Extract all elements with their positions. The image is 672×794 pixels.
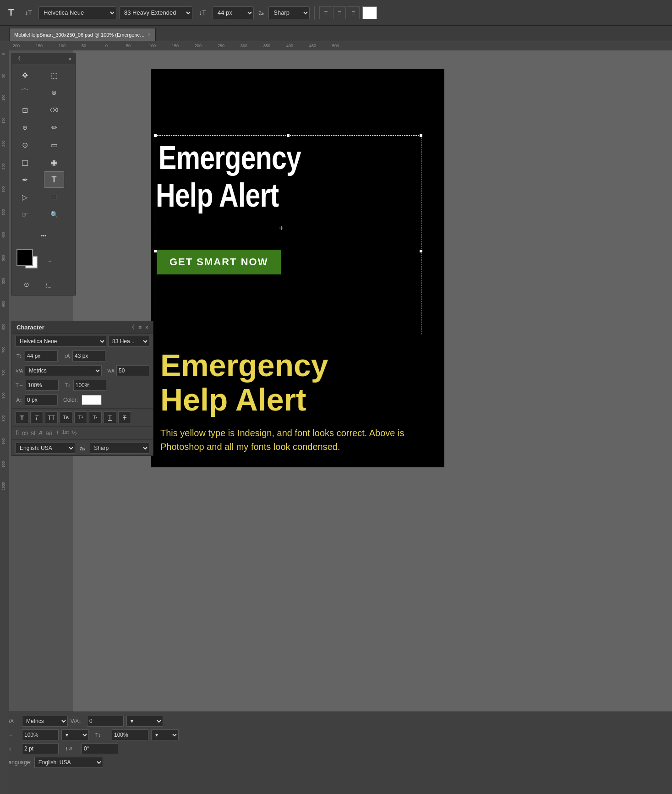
align-right-btn[interactable]: ≡	[347, 6, 360, 19]
magic-wand-tool[interactable]: ⊛	[44, 84, 64, 101]
superscript-btn[interactable]: T¹	[74, 411, 87, 423]
pen-tool[interactable]: ✒	[15, 171, 35, 188]
panel-menu-btn[interactable]: ≡	[138, 324, 142, 331]
smallcaps-btn[interactable]: Tʀ	[60, 411, 72, 423]
faux-italic-t: T	[55, 429, 60, 437]
tracking-unit-dropdown[interactable]: ▾	[126, 716, 163, 727]
subscript-btn[interactable]: T₁	[89, 411, 102, 423]
color-section: ↔	[12, 246, 75, 276]
quick-mask-btn[interactable]: ⊙	[16, 278, 37, 291]
more-tools-btn[interactable]: •••	[33, 227, 54, 244]
canvas-area: ✛ Emergency Help Alert GET SMART NOW Eme…	[73, 50, 672, 794]
leading-input[interactable]	[72, 350, 105, 361]
svg-text:500: 500	[332, 44, 339, 48]
scale-h-input[interactable]	[26, 380, 59, 391]
svg-text:500: 500	[1, 255, 5, 261]
svg-text:800: 800	[1, 392, 5, 399]
strikethrough-btn[interactable]: T	[118, 411, 131, 423]
tracking-label: V/A	[107, 368, 115, 373]
type-tool-btn[interactable]: T	[4, 5, 18, 20]
bold-btn[interactable]: T	[16, 411, 28, 423]
screen-mode-btn[interactable]: ⬚	[38, 278, 59, 291]
font-size-input[interactable]	[25, 350, 58, 361]
font-size-dropdown[interactable]: 44 px	[213, 6, 254, 19]
panel-collapse-btn[interactable]: 《	[129, 323, 135, 331]
scale-v-input[interactable]	[73, 380, 106, 391]
scale-h-unit-dropdown[interactable]: ▾	[61, 729, 89, 740]
align-center-btn[interactable]: ≡	[333, 6, 346, 19]
type-tool[interactable]: T	[44, 171, 64, 188]
tracking-bottom-input[interactable]	[87, 716, 124, 727]
lang-aa-dropdown[interactable]: Sharp	[90, 443, 149, 454]
handle-tl[interactable]	[153, 134, 157, 137]
baseline-bottom-input[interactable]	[22, 743, 59, 754]
bottom-lang-dropdown[interactable]: English: USA	[34, 757, 103, 768]
tools-close-btn[interactable]: ×	[69, 56, 71, 61]
bottom-lang-label: Language:	[5, 759, 32, 766]
gradient-tool[interactable]: ◫	[15, 154, 35, 170]
char-font-family-dropdown[interactable]: Helvetica Neue	[16, 336, 106, 347]
kerning-dropdown[interactable]: Metrics	[25, 365, 102, 376]
scale-h-label: T↔	[16, 383, 24, 388]
handle-tr[interactable]	[419, 134, 423, 137]
tools-collapse-btn[interactable]: 《	[16, 55, 21, 62]
char-font-style-dropdown[interactable]: 83 Hea...	[108, 336, 149, 347]
antialiasing-dropdown[interactable]: Sharp	[268, 6, 310, 19]
glyphs-row: fi ꝏ st A aā T 1st ½	[12, 427, 153, 438]
rotation-label: T↺	[65, 746, 79, 752]
brush-tool[interactable]: ✏	[44, 119, 64, 136]
italic-btn[interactable]: T	[30, 411, 43, 423]
svg-text:100: 100	[149, 44, 156, 48]
rotation-input[interactable]	[82, 743, 118, 754]
crosshair: ✛	[279, 225, 284, 231]
tab-close-btn[interactable]: ×	[148, 32, 151, 37]
tracking-input[interactable]	[116, 365, 149, 376]
type-toggle-btn[interactable]: ↕T	[21, 5, 36, 20]
language-dropdown[interactable]: English: USA	[16, 443, 75, 454]
foreground-color[interactable]	[16, 249, 33, 266]
path-select-tool[interactable]: ▷	[15, 189, 35, 205]
swap-colors-btn[interactable]: ↔	[48, 258, 52, 263]
handle-mr[interactable]	[419, 249, 423, 253]
baseline-input[interactable]	[25, 394, 58, 405]
move-tool[interactable]: ✥	[15, 67, 35, 83]
toolbar-color-swatch[interactable]	[362, 6, 377, 19]
lasso-tool[interactable]: ⌒	[15, 84, 35, 101]
scale-v-bottom-input[interactable]	[112, 729, 148, 740]
font-size-icon-btn[interactable]: ↕T	[195, 5, 210, 20]
eyedropper-tool[interactable]: ⌫	[44, 102, 64, 118]
va-dropdown[interactable]: Metrics	[22, 716, 68, 727]
tools-panel: 《 × ✥ ⬚ ⌒ ⊛ ⊡ ⌫ ⊕ ✏ ⊙ ▭ ◫ ◉ ✒ T ▷ □ ☞ 🔍 …	[11, 53, 76, 296]
eraser-tool[interactable]: ▭	[44, 137, 64, 153]
zoom-tool[interactable]: 🔍	[44, 206, 64, 223]
select-tool[interactable]: ⬚	[44, 67, 64, 83]
panel-close-btn[interactable]: ×	[145, 324, 148, 331]
vertical-ruler: 0 50 100 150 200 250 300 350 400 500 550…	[0, 41, 9, 794]
font-size-label: T↕	[16, 353, 23, 359]
type-icon: T	[8, 7, 14, 18]
clone-tool[interactable]: ⊙	[15, 137, 35, 153]
ad-cta-button[interactable]: GET SMART NOW	[157, 250, 281, 274]
spot-heal-tool[interactable]: ⊕	[15, 119, 35, 136]
font-style-dropdown[interactable]: 83 Heavy Extended	[119, 6, 192, 19]
fraction: ½	[71, 429, 77, 437]
scale-h-bottom-input[interactable]	[22, 729, 59, 740]
hand-tool[interactable]: ☞	[15, 206, 35, 223]
font-family-dropdown[interactable]: Helvetica Neue	[38, 6, 116, 19]
style-buttons-row: T T TT Tʀ T¹ T₁ T T	[12, 410, 153, 425]
char-color-swatch[interactable]	[82, 395, 102, 405]
svg-text:-50: -50	[80, 44, 86, 48]
svg-text:-100: -100	[57, 44, 66, 48]
handle-tm[interactable]	[286, 134, 290, 137]
scale-v-label: T↕	[64, 383, 71, 388]
blur-tool[interactable]: ◉	[44, 154, 64, 170]
scale-v-unit-dropdown[interactable]: ▾	[151, 729, 179, 740]
ligature-st: st	[31, 429, 36, 437]
underline-btn[interactable]: T	[104, 411, 116, 423]
allcaps-btn[interactable]: TT	[45, 411, 58, 423]
shape-tool[interactable]: □	[44, 189, 64, 205]
svg-text:550: 550	[1, 278, 5, 284]
crop-tool[interactable]: ⊡	[15, 102, 35, 118]
tab-item[interactable]: MobileHelpSmart_300x250_06.psd @ 100% (E…	[9, 28, 156, 41]
align-left-btn[interactable]: ≡	[319, 6, 332, 19]
